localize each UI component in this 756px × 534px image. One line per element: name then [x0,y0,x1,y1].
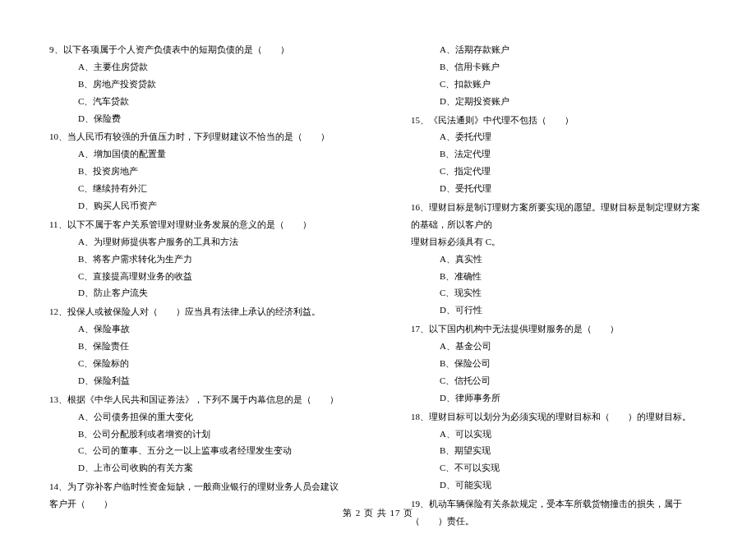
options: A、可以实现 B、期望实现 C、不可以实现 D、可能实现 [411,426,707,495]
option-d: D、购买人民币资产 [78,197,345,214]
question-13: 13、根据《中华人民共和国证券法》，下列不属于内幕信息的是（ ） A、公司债务担… [49,391,345,476]
option-c: C、公司的董事、五分之一以上监事或者经理发生变动 [78,442,345,459]
question-text: 15、《民法通则》中代理不包括（ ） [411,112,707,129]
options: A、主要住房贷款 B、房地产投资贷款 C、汽车贷款 D、保险费 [49,58,345,127]
question-12: 12、投保人或被保险人对（ ）应当具有法律上承认的经济利益。 A、保险事故 B、… [49,303,345,389]
option-c: C、不可以实现 [440,459,707,476]
option-b: B、投资房地产 [78,163,345,180]
question-text: 10、当人民币有较强的升值压力时，下列理财建议不恰当的是（ ） [49,128,345,145]
page-footer: 第 2 页 共 17 页 [0,504,756,522]
question-14-continued: A、活期存款账户 B、信用卡账户 C、扣款账户 D、定期投资账户 [411,41,707,110]
option-b: B、准确性 [440,268,707,285]
option-d: D、可行性 [440,302,707,319]
option-b: B、保险责任 [78,338,345,355]
option-c: C、指定代理 [440,163,707,180]
question-9: 9、以下各项属于个人资产负债表中的短期负债的是（ ） A、主要住房贷款 B、房地… [49,41,345,127]
option-b: B、信用卡账户 [440,58,707,76]
question-text: 18、理财目标可以划分为必须实现的理财目标和（ ）的理财目标。 [411,408,707,426]
option-a: A、主要住房贷款 [78,58,345,76]
question-11: 11、以下不属于客户关系管理对理财业务发展的意义的是（ ） A、为理财师提供客户… [49,216,345,302]
option-a: A、公司债务担保的重大变化 [78,408,345,426]
option-a: A、保险事故 [78,320,345,338]
option-d: D、上市公司收购的有关方案 [78,459,345,476]
option-b: B、期望实现 [440,442,707,459]
options: A、基金公司 B、保险公司 C、信托公司 D、律师事务所 [411,338,707,407]
option-a: A、为理财师提供客户服务的工具和方法 [78,233,345,251]
option-c: C、汽车贷款 [78,93,345,110]
option-a: A、真实性 [440,251,707,268]
options: A、公司债务担保的重大变化 B、公司分配股利或者增资的计划 C、公司的董事、五分… [49,408,345,477]
options: A、保险事故 B、保险责任 C、保险标的 D、保险利益 [49,320,345,389]
options: A、活期存款账户 B、信用卡账户 C、扣款账户 D、定期投资账户 [411,41,707,110]
option-b: B、法定代理 [440,145,707,163]
option-a: A、活期存款账户 [440,41,707,58]
left-column: 9、以下各项属于个人资产负债表中的短期负债的是（ ） A、主要住房贷款 B、房地… [49,41,345,532]
option-d: D、可能实现 [440,476,707,494]
question-text: 11、以下不属于客户关系管理对理财业务发展的意义的是（ ） [49,216,345,233]
option-c: C、直接提高理财业务的收益 [78,268,345,285]
options: A、增加国债的配置量 B、投资房地产 C、继续持有外汇 D、购买人民币资产 [49,145,345,214]
question-18: 18、理财目标可以划分为必须实现的理财目标和（ ）的理财目标。 A、可以实现 B… [411,408,707,494]
question-continuation: 理财目标必须具有 C。 [411,233,707,251]
question-text: 13、根据《中华人民共和国证券法》，下列不属于内幕信息的是（ ） [49,391,345,408]
option-a: A、委托代理 [440,128,707,145]
question-text: 12、投保人或被保险人对（ ）应当具有法律上承认的经济利益。 [49,303,345,320]
question-text: 16、理财目标是制订理财方案所要实现的愿望。理财目标是制定理财方案的基础，所以客… [411,199,707,233]
options: A、为理财师提供客户服务的工具和方法 B、将客户需求转化为生产力 C、直接提高理… [49,233,345,302]
option-c: C、保险标的 [78,355,345,372]
content-columns: 9、以下各项属于个人资产负债表中的短期负债的是（ ） A、主要住房贷款 B、房地… [49,41,707,532]
question-10: 10、当人民币有较强的升值压力时，下列理财建议不恰当的是（ ） A、增加国债的配… [49,128,345,214]
question-16: 16、理财目标是制订理财方案所要实现的愿望。理财目标是制定理财方案的基础，所以客… [411,199,707,319]
options: A、真实性 B、准确性 C、现实性 D、可行性 [411,251,707,320]
option-d: D、保险利益 [78,372,345,389]
question-text: 17、以下国内机构中无法提供理财服务的是（ ） [411,320,707,338]
question-17: 17、以下国内机构中无法提供理财服务的是（ ） A、基金公司 B、保险公司 C、… [411,320,707,406]
option-a: A、基金公司 [440,338,707,355]
option-a: A、增加国债的配置量 [78,145,345,163]
option-c: C、继续持有外汇 [78,180,345,197]
right-column: A、活期存款账户 B、信用卡账户 C、扣款账户 D、定期投资账户 15、《民法通… [411,41,707,532]
option-d: D、定期投资账户 [440,93,707,110]
option-b: B、保险公司 [440,355,707,372]
options: A、委托代理 B、法定代理 C、指定代理 D、受托代理 [411,128,707,197]
option-d: D、律师事务所 [440,389,707,407]
option-b: B、公司分配股利或者增资的计划 [78,426,345,443]
option-b: B、房地产投资贷款 [78,76,345,93]
option-d: D、保险费 [78,110,345,127]
question-text: 9、以下各项属于个人资产负债表中的短期负债的是（ ） [49,41,345,58]
option-b: B、将客户需求转化为生产力 [78,251,345,268]
option-a: A、可以实现 [440,426,707,443]
option-d: D、防止客户流失 [78,284,345,302]
question-15: 15、《民法通则》中代理不包括（ ） A、委托代理 B、法定代理 C、指定代理 … [411,112,707,197]
option-c: C、信托公司 [440,372,707,389]
option-d: D、受托代理 [440,180,707,197]
option-c: C、扣款账户 [440,76,707,93]
option-c: C、现实性 [440,284,707,302]
